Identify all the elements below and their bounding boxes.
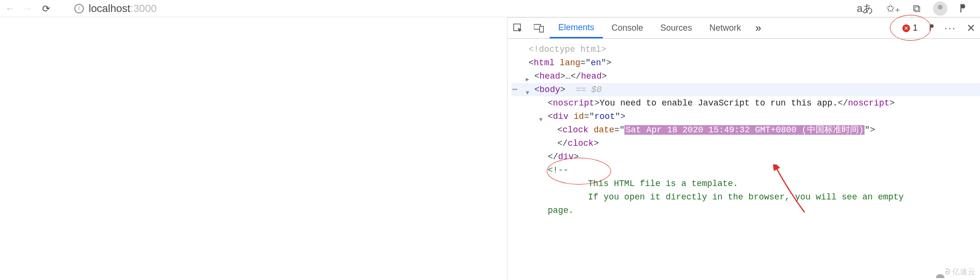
inspect-element-icon[interactable] [507,18,529,38]
dom-node-comment-open[interactable]: <!-- [511,163,980,177]
dom-node-doctype[interactable]: <!doctype html> [511,43,980,56]
devtools-tabbar: Elements Console Sources Network » ✕ 1 ᖰ… [507,18,980,39]
page-viewport [0,17,507,280]
elements-dom-tree[interactable]: <!doctype html> <html lang="en"> ▶ <head… [507,39,980,280]
devtools-close-icon[interactable]: ✕ [962,18,980,38]
site-info-icon[interactable]: i [74,4,84,13]
dom-node-comment-line[interactable]: This HTML file is a template. [511,177,980,190]
feedback-devtools-icon[interactable]: ᖰ [924,18,939,38]
svg-rect-2 [540,26,543,32]
dom-node-div-close[interactable]: </div> [511,150,980,163]
address-bar[interactable]: i localhost:3000 [60,2,850,15]
tabs-overflow-icon[interactable]: » [749,18,767,38]
device-toggle-icon[interactable] [529,18,550,38]
error-count: 1 [913,23,918,33]
url-text: localhost:3000 [89,2,157,15]
back-button[interactable]: ← [5,3,15,14]
person-icon[interactable]: ᖰ [960,2,966,15]
error-counter[interactable]: ✕ 1 [896,18,924,38]
favorite-icon[interactable]: ✩₊ [886,2,900,15]
tab-elements[interactable]: Elements [550,18,603,38]
browser-toolbar: ← → ⟳ i localhost:3000 aあ ✩₊ ⧉ ᖰ [0,0,980,17]
dom-node-noscript[interactable]: <noscript>You need to enable JavaScript … [511,96,980,110]
dom-node-clock-close[interactable]: </clock> [511,137,980,150]
dom-node-comment-line[interactable]: page. [511,204,980,217]
translate-icon[interactable]: aあ [857,1,874,16]
devtools-panel: Elements Console Sources Network » ✕ 1 ᖰ… [507,17,980,280]
dom-node-head[interactable]: ▶ <head>…</head> [511,70,980,83]
feedback-icon[interactable]: ⧉ [913,2,921,15]
error-icon: ✕ [902,24,910,32]
profile-avatar[interactable] [933,1,947,16]
tab-console[interactable]: Console [603,18,652,38]
toolbar-right: aあ ✩₊ ⧉ ᖰ [857,1,975,16]
selected-indicator-icon: ⋯ [512,83,518,96]
devtools-menu-icon[interactable]: ··· [939,18,962,38]
reload-button[interactable]: ⟳ [42,3,50,14]
dom-node-html[interactable]: <html lang="en"> [511,56,980,70]
dom-node-body[interactable]: ⋯ ▼ <body> == $0 [511,83,980,96]
highlighted-attr-value: Sat Apr 18 2020 15:49:32 GMT+0800 (中国标准时… [624,125,865,135]
dom-node-clock-open[interactable]: <clock date="Sat Apr 18 2020 15:49:32 GM… [511,123,980,137]
dom-node-comment-line[interactable]: If you open it directly in the browser, … [511,190,980,204]
tab-network[interactable]: Network [701,18,749,38]
watermark: ᘐ 亿速云 [945,267,975,277]
dom-node-div-root[interactable]: ▼ <div id="root"> [511,110,980,123]
tab-sources[interactable]: Sources [652,18,701,38]
forward-button[interactable]: → [22,3,33,14]
